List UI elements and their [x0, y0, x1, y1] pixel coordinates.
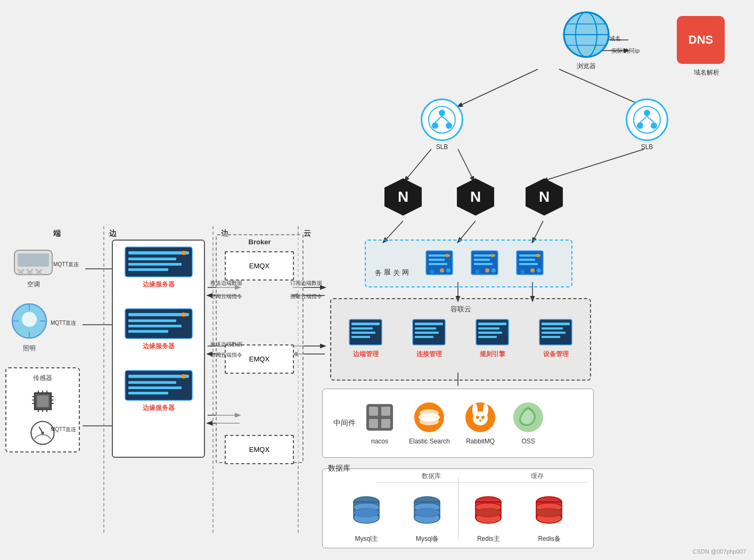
svg-point-134 [182, 251, 186, 255]
chip-icon [28, 388, 58, 415]
svg-point-68 [537, 268, 541, 273]
sub-edge-label-1: 订阅边端数据 [290, 279, 322, 287]
svg-line-8 [458, 221, 476, 242]
svg-line-43 [647, 116, 654, 122]
svg-rect-81 [478, 327, 499, 330]
dns-sublabel: 域名解析 [694, 68, 719, 77]
service-rule-engine-label: 规则引擎 [475, 350, 510, 359]
svg-point-39 [644, 110, 650, 116]
svg-rect-92 [369, 419, 378, 428]
sensor-mqtt-label: MQTT直连 [51, 426, 76, 433]
gateway-server-1-icon: ⚙ [423, 248, 455, 277]
svg-rect-136 [128, 313, 189, 316]
svg-point-57 [491, 254, 494, 257]
svg-rect-93 [381, 419, 390, 428]
svg-rect-91 [381, 407, 390, 416]
ac-device: 空调 [13, 249, 53, 289]
db-redis-main: Redis主 [474, 496, 503, 543]
edge-server-1-label: 边缘服务器 [118, 280, 199, 289]
svg-line-4 [405, 149, 431, 181]
dns-box: DNS [677, 16, 725, 64]
svg-line-37 [442, 116, 449, 122]
ac-icon [13, 249, 53, 276]
broker-label: Broker [219, 238, 300, 246]
push-cloud-label-1: 推送云端指令 [290, 293, 322, 300]
svg-text:⚙: ⚙ [475, 269, 480, 275]
slb-left-icon [421, 98, 463, 141]
elastic-label: Elastic Search [409, 438, 450, 445]
gateway-server-3: ⚙ [514, 248, 546, 279]
sub-cloud-label-1: 订阅云端指令 [210, 293, 242, 300]
svg-point-100 [472, 403, 478, 416]
nginx-3: N [526, 178, 563, 216]
arrow-domain-label: 域名 [609, 35, 621, 43]
svg-point-102 [476, 416, 479, 419]
middleware-oss: OSS [511, 401, 546, 445]
globe-icon [562, 11, 610, 59]
svg-line-9 [532, 221, 543, 242]
watermark: CSDN @007php007 [693, 548, 746, 555]
svg-rect-138 [128, 325, 182, 327]
light-icon [11, 302, 48, 340]
svg-rect-144 [128, 386, 182, 389]
svg-line-36 [435, 116, 442, 122]
svg-point-33 [439, 110, 445, 116]
svg-line-7 [383, 221, 403, 242]
nginx-2-icon: N [457, 178, 494, 216]
nacos-icon [364, 401, 396, 433]
svg-rect-87 [542, 332, 566, 334]
arrow-ip-label: 实际访问ip [611, 47, 640, 55]
middleware-box: 中间件 nacos [322, 389, 594, 458]
ac-mqtt-label: MQTT直连 [53, 261, 79, 268]
middleware-rabbitmq: RabbitMQ [463, 401, 498, 445]
svg-rect-77 [415, 332, 439, 334]
service-edge-mgmt-label: 边端管理 [348, 350, 383, 359]
svg-rect-86 [542, 327, 563, 330]
mysql-main-icon [352, 496, 381, 530]
svg-point-59 [485, 268, 489, 273]
svg-rect-46 [429, 259, 445, 261]
svg-text:⚙: ⚙ [430, 269, 435, 275]
ac-label: 空调 [13, 280, 53, 289]
rabbitmq-label: RabbitMQ [463, 438, 498, 445]
slb-right-label: SLB [626, 143, 668, 151]
elastic-icon [412, 401, 447, 433]
svg-rect-88 [542, 336, 560, 338]
edge-server-1: 边缘服务器 [118, 246, 199, 289]
db-mysql-main: Mysql主 [352, 496, 381, 543]
svg-rect-72 [351, 332, 375, 334]
svg-line-2 [458, 69, 538, 106]
svg-rect-131 [128, 258, 176, 260]
gateway-box: 网关服务 ⚙ [365, 240, 572, 287]
nginx-1-icon: N [384, 178, 422, 216]
light-device: 照明 [11, 302, 48, 353]
svg-rect-71 [351, 327, 373, 330]
service-device-mgmt-label: 设备管理 [538, 350, 573, 359]
svg-rect-78 [415, 336, 433, 338]
slb-right-icon [626, 98, 668, 141]
service-conn-mgmt: 连接管理 [412, 318, 446, 359]
service-device-mgmt: 设备管理 [538, 318, 573, 359]
svg-point-96 [420, 409, 439, 417]
cache-subsection-label: 缓存 [487, 472, 588, 483]
service-conn-mgmt-label: 连接管理 [412, 350, 446, 359]
edge-server-2-label: 边缘服务器 [118, 342, 199, 351]
svg-point-140 [182, 312, 186, 317]
svg-rect-82 [478, 332, 502, 334]
nginx-1: N [384, 178, 422, 218]
svg-point-41 [651, 122, 657, 129]
svg-point-125 [536, 508, 562, 517]
db-subsection-label: 数据库 [376, 472, 487, 483]
ronglianyun-box: 容联云 边端管理 [330, 298, 591, 381]
svg-point-52 [446, 268, 450, 273]
svg-rect-63 [519, 259, 535, 261]
db-redis-backup: Redis备 [535, 496, 564, 543]
emqx-2-box: EMQX [225, 344, 294, 374]
svg-point-103 [481, 416, 485, 419]
svg-rect-142 [128, 375, 189, 378]
middleware-nacos: nacos [364, 401, 396, 445]
svg-point-156 [22, 312, 37, 327]
svg-point-101 [483, 403, 488, 416]
slb-left: SLB [421, 98, 463, 151]
svg-rect-90 [369, 407, 378, 416]
